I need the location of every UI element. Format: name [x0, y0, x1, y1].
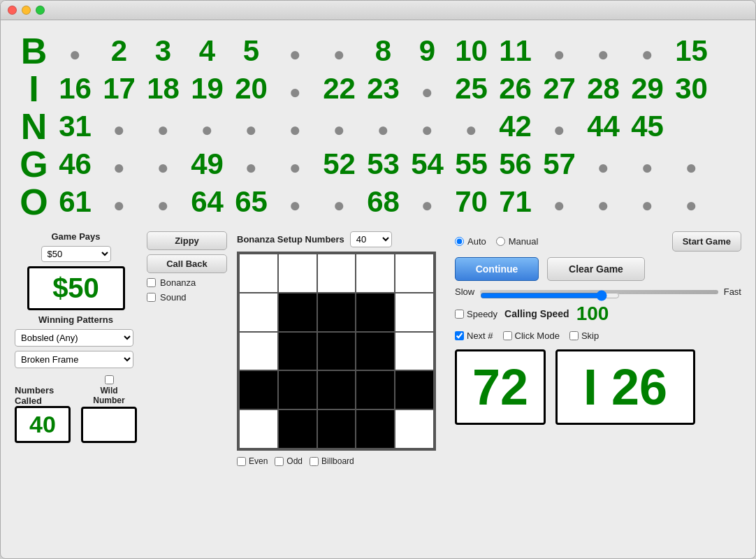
auto-radio-label[interactable]: Auto: [455, 236, 486, 247]
click-mode-label[interactable]: Click Mode: [503, 331, 560, 341]
slider-row: Slow Fast: [455, 286, 741, 297]
bingo-dot: ●: [273, 35, 317, 67]
bonanza-grid-cell[interactable]: [356, 410, 394, 448]
bingo-number: 55: [449, 148, 493, 180]
skip-label[interactable]: Skip: [569, 331, 599, 341]
bonanza-grid-cell[interactable]: [318, 293, 356, 331]
continue-button[interactable]: Continue: [455, 257, 539, 281]
manual-radio-label[interactable]: Manual: [496, 236, 539, 247]
bonanza-grid-cell[interactable]: [356, 333, 394, 370]
bingo-dot: ●: [229, 110, 273, 143]
bonanza-grid-cell[interactable]: [240, 254, 277, 292]
big-displays: 72 I 26: [455, 349, 741, 425]
speedy-checkbox[interactable]: [455, 310, 464, 319]
game-pays-label: Game Pays: [15, 231, 137, 242]
bingo-number: 26: [493, 73, 537, 105]
bingo-number: 65: [229, 186, 273, 218]
bingo-row: I1617181920●2223●252627282930: [15, 71, 741, 107]
bonanza-checkbox[interactable]: [147, 278, 156, 287]
odd-label: Odd: [286, 456, 303, 466]
left-section: Game Pays $50 $100 $200 $50 Winning Patt…: [15, 231, 137, 443]
bingo-number: 27: [537, 73, 581, 105]
bonanza-row: Bonanza: [147, 277, 227, 288]
winning-patterns-label: Winning Patterns: [15, 314, 137, 325]
zippy-button[interactable]: Zippy: [147, 231, 227, 250]
speedy-checkbox-label[interactable]: Speedy: [455, 309, 497, 319]
bingo-dot: ●: [537, 110, 581, 143]
bonanza-grid-cell[interactable]: [240, 410, 277, 448]
pattern2-select[interactable]: Broken Frame Any Line Blackout: [15, 351, 133, 368]
clear-game-button[interactable]: Clear Game: [547, 257, 645, 281]
bingo-dot: ●: [97, 186, 141, 218]
pattern1-select[interactable]: Bobsled (Any) Any Line Blackout: [15, 329, 133, 347]
bingo-number: 68: [361, 186, 405, 218]
bingo-number: 22: [317, 73, 361, 105]
options-row: Next # Click Mode Skip: [455, 331, 741, 341]
odd-checkbox-label[interactable]: Odd: [275, 456, 303, 466]
bonanza-grid: [237, 252, 436, 451]
skip-checkbox[interactable]: [569, 331, 579, 340]
even-checkbox[interactable]: [237, 457, 246, 466]
bonanza-grid-cell[interactable]: [279, 410, 317, 448]
bonanza-grid-cell[interactable]: [356, 254, 394, 292]
bingo-dot: ●: [273, 110, 317, 143]
bonanza-grid-cell[interactable]: [318, 333, 356, 370]
billboard-checkbox-label[interactable]: Billboard: [310, 456, 354, 466]
bonanza-grid-cell[interactable]: [318, 371, 356, 409]
next-hash-checkbox[interactable]: [455, 331, 464, 340]
bonanza-grid-cell[interactable]: [240, 293, 277, 331]
bonanza-grid-cell[interactable]: [240, 333, 277, 370]
bonanza-grid-cell[interactable]: [318, 410, 356, 448]
bonanza-grid-cell[interactable]: [240, 371, 277, 409]
bingo-number: 52: [317, 148, 361, 180]
bingo-dot: ●: [625, 186, 669, 218]
minimize-button[interactable]: [22, 6, 31, 15]
bingo-number: 15: [669, 35, 713, 67]
manual-radio[interactable]: [496, 237, 505, 246]
bonanza-grid-cell[interactable]: [279, 254, 317, 292]
bingo-row: O61●●6465●●68●7071●●●●: [15, 184, 741, 220]
bonanza-section: Bonanza Setup Numbers 40 45 50 Even: [237, 231, 439, 466]
bingo-dot: ●: [361, 110, 405, 143]
bonanza-grid-cell[interactable]: [395, 410, 433, 448]
bonanza-header: Bonanza Setup Numbers 40 45 50: [237, 231, 439, 247]
bonanza-grid-cell[interactable]: [318, 254, 356, 292]
next-hash-label[interactable]: Next #: [455, 331, 493, 341]
callback-button[interactable]: Call Back: [147, 254, 227, 273]
bingo-number: 20: [229, 73, 273, 105]
zoom-button[interactable]: [36, 6, 45, 15]
bingo-number: 70: [449, 186, 493, 218]
game-pays-select[interactable]: $50 $100 $200: [41, 246, 111, 262]
speed-slider[interactable]: [480, 290, 620, 301]
bonanza-grid-cell[interactable]: [356, 293, 394, 331]
even-checkbox-label[interactable]: Even: [237, 456, 268, 466]
bingo-dot: ●: [141, 186, 185, 218]
start-game-button[interactable]: Start Game: [672, 231, 741, 252]
click-mode-checkbox[interactable]: [503, 331, 512, 340]
bonanza-grid-cell[interactable]: [279, 293, 317, 331]
wild-number-label: WildNumber: [93, 386, 124, 405]
bonanza-grid-cell[interactable]: [356, 371, 394, 409]
sound-row: Sound: [147, 292, 227, 303]
wild-number-checkbox[interactable]: [105, 375, 114, 384]
bonanza-grid-cell[interactable]: [279, 333, 317, 370]
auto-radio[interactable]: [455, 237, 464, 246]
bingo-number: 56: [493, 148, 537, 180]
bingo-dot: ●: [229, 148, 273, 180]
even-label: Even: [249, 456, 268, 466]
speed-slider-track: [480, 290, 718, 294]
bonanza-grid-cell[interactable]: [395, 371, 433, 409]
bonanza-grid-cell[interactable]: [395, 254, 433, 292]
bonanza-grid-cell[interactable]: [395, 333, 433, 370]
odd-checkbox[interactable]: [275, 457, 284, 466]
billboard-checkbox[interactable]: [310, 457, 319, 466]
bonanza-grid-cell[interactable]: [395, 293, 433, 331]
bonanza-grid-cell[interactable]: [279, 371, 317, 409]
close-button[interactable]: [8, 6, 17, 15]
bonanza-count-select[interactable]: 40 45 50: [350, 231, 392, 247]
sound-checkbox[interactable]: [147, 293, 156, 302]
fast-label: Fast: [724, 286, 741, 297]
bingo-dot: ●: [97, 110, 141, 143]
bingo-number: 64: [185, 186, 229, 218]
bingo-dot: ●: [141, 110, 185, 143]
